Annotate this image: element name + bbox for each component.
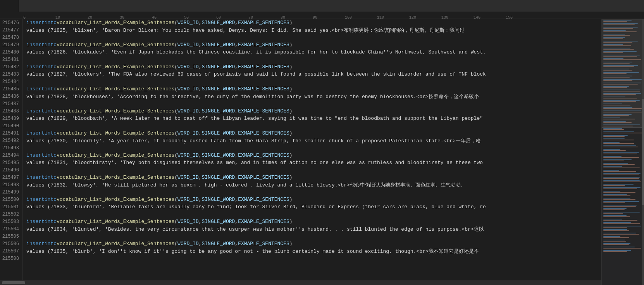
minimap-line bbox=[603, 137, 642, 138]
minimap-line bbox=[603, 249, 642, 250]
code-line: values (71825, 'blixen', 'Baron Bror Bli… bbox=[22, 26, 601, 34]
line-number: 215504 bbox=[2, 225, 19, 233]
editor-container: 0102030405060708090100110120130140150 21… bbox=[0, 12, 644, 285]
minimap-line bbox=[603, 218, 642, 218]
line-number: 215482 bbox=[2, 63, 19, 71]
minimap-line bbox=[603, 228, 642, 229]
minimap-line bbox=[603, 162, 642, 162]
code-area[interactable]: insert into vocabulary_List_Words_Exampl… bbox=[22, 19, 601, 285]
line-number: 215479 bbox=[2, 41, 19, 48]
code-line: insert into vocabulary_List_Words_Exampl… bbox=[22, 196, 601, 203]
code-line bbox=[22, 56, 601, 63]
line-number: 215487 bbox=[2, 100, 19, 107]
tab-close-button[interactable] bbox=[8, 3, 14, 9]
bottom-scrollbar[interactable] bbox=[0, 280, 601, 285]
minimap[interactable] bbox=[601, 19, 644, 285]
code-line: insert into vocabulary_List_Words_Exampl… bbox=[22, 130, 601, 137]
minimap-line bbox=[603, 159, 632, 160]
minimap-line bbox=[603, 151, 642, 152]
minimap-line bbox=[603, 201, 639, 202]
line-number: 215502 bbox=[2, 211, 19, 218]
minimap-line bbox=[603, 130, 642, 131]
minimap-line bbox=[603, 172, 642, 173]
minimap-line bbox=[603, 240, 625, 240]
line-numbers: 2154762154772154782154792154802154812154… bbox=[0, 19, 22, 285]
code-line: insert into vocabulary_List_Words_Exampl… bbox=[22, 85, 601, 93]
ruler-mark: 40 bbox=[152, 16, 157, 20]
line-number: 215499 bbox=[2, 188, 19, 196]
code-line bbox=[22, 100, 601, 107]
editor-main[interactable]: 2154762154772154782154792154802154812154… bbox=[0, 19, 644, 285]
code-line: insert into vocabulary_List_Words_Exampl… bbox=[22, 63, 601, 71]
minimap-line bbox=[603, 206, 636, 207]
line-number: 215508 bbox=[2, 255, 19, 262]
code-line bbox=[22, 211, 601, 218]
minimap-line bbox=[603, 171, 636, 172]
minimap-line bbox=[603, 180, 640, 181]
editor-tab[interactable] bbox=[0, 0, 19, 12]
code-line bbox=[22, 144, 601, 152]
minimap-line bbox=[603, 135, 628, 136]
code-line: values (71830, 'bloodily', 'A year later… bbox=[22, 137, 601, 144]
minimap-line bbox=[603, 181, 641, 182]
code-line: values (71828, 'blockhouses', 'According… bbox=[22, 93, 601, 100]
code-line: values (71835, 'blurb', 'I don''t know i… bbox=[22, 247, 601, 255]
minimap-line bbox=[603, 212, 640, 212]
line-number: 215505 bbox=[2, 233, 19, 240]
code-line: insert into vocabulary_List_Words_Exampl… bbox=[22, 19, 601, 26]
minimap-line bbox=[603, 215, 627, 216]
line-number: 215491 bbox=[2, 130, 19, 137]
minimap-line bbox=[603, 227, 627, 228]
minimap-line bbox=[603, 235, 642, 236]
minimap-line bbox=[603, 187, 641, 188]
line-number: 215480 bbox=[2, 48, 19, 56]
line-number: 215490 bbox=[2, 122, 19, 130]
line-number: 215483 bbox=[2, 71, 19, 78]
minimap-line bbox=[603, 168, 640, 168]
code-line: values (71832, 'blowsy', 'He still pictu… bbox=[22, 181, 601, 188]
minimap-line bbox=[603, 150, 626, 151]
line-number: 215477 bbox=[2, 26, 19, 34]
minimap-line bbox=[603, 223, 640, 224]
minimap-line bbox=[603, 234, 639, 235]
minimap-line bbox=[603, 133, 642, 133]
minimap-line bbox=[603, 149, 620, 150]
line-number: 215486 bbox=[2, 93, 19, 100]
minimap-line bbox=[603, 144, 642, 145]
minimap-line bbox=[603, 211, 642, 211]
line-number: 215501 bbox=[2, 203, 19, 211]
minimap-line bbox=[603, 165, 642, 166]
line-number: 215489 bbox=[2, 115, 19, 122]
minimap-line bbox=[603, 152, 639, 153]
code-line: values (71829, 'bloodbath', 'A week late… bbox=[22, 115, 601, 122]
code-line: insert into vocabulary_List_Words_Exampl… bbox=[22, 240, 601, 247]
minimap-line bbox=[603, 244, 629, 245]
minimap-line bbox=[603, 222, 631, 223]
minimap-line bbox=[603, 198, 630, 199]
line-number: 215492 bbox=[2, 137, 19, 144]
ruler-mark: 130 bbox=[441, 16, 448, 20]
line-number: 215498 bbox=[2, 181, 19, 188]
minimap-line bbox=[603, 225, 642, 225]
minimap-line bbox=[603, 185, 625, 186]
minimap-line bbox=[603, 247, 635, 247]
minimap-line bbox=[603, 231, 642, 232]
minimap-line bbox=[603, 147, 638, 147]
minimap-line bbox=[603, 233, 636, 233]
code-line bbox=[22, 188, 601, 196]
minimap-line bbox=[603, 140, 634, 140]
minimap-line bbox=[603, 143, 634, 144]
code-line bbox=[22, 255, 601, 262]
minimap-line bbox=[603, 161, 624, 161]
minimap-line bbox=[603, 226, 641, 226]
minimap-line bbox=[603, 177, 640, 178]
ruler-mark: 100 bbox=[345, 16, 352, 20]
code-line: insert into vocabulary_List_Words_Exampl… bbox=[22, 152, 601, 159]
minimap-line bbox=[603, 174, 639, 175]
minimap-line bbox=[603, 209, 625, 210]
minimap-line bbox=[603, 148, 642, 149]
minimap-line bbox=[603, 155, 642, 155]
line-number: 215476 bbox=[2, 19, 19, 26]
minimap-line bbox=[603, 141, 642, 142]
minimap-line bbox=[603, 220, 637, 221]
